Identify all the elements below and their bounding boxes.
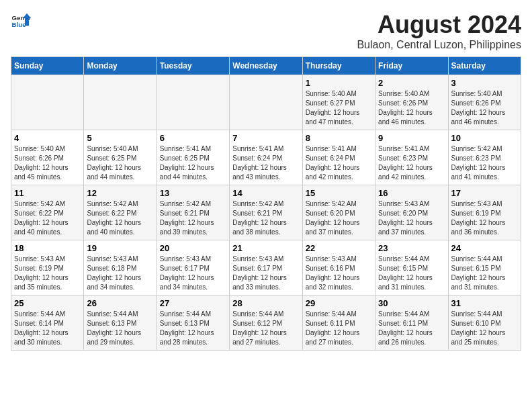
- calendar-cell: 10Sunrise: 5:42 AM Sunset: 6:23 PM Dayli…: [448, 130, 521, 185]
- day-number: 23: [378, 243, 445, 253]
- weekday-header-friday: Friday: [375, 57, 448, 75]
- day-info: Sunrise: 5:44 AM Sunset: 6:11 PM Dayligh…: [378, 310, 445, 347]
- day-info: Sunrise: 5:41 AM Sunset: 6:25 PM Dayligh…: [160, 144, 226, 182]
- day-info: Sunrise: 5:44 AM Sunset: 6:12 PM Dayligh…: [232, 310, 299, 347]
- day-info: Sunrise: 5:42 AM Sunset: 6:22 PM Dayligh…: [87, 199, 153, 237]
- weekday-header-monday: Monday: [84, 57, 157, 75]
- calendar-cell: 28Sunrise: 5:44 AM Sunset: 6:12 PM Dayli…: [230, 295, 302, 351]
- day-info: Sunrise: 5:43 AM Sunset: 6:19 PM Dayligh…: [451, 199, 518, 237]
- day-info: Sunrise: 5:43 AM Sunset: 6:18 PM Dayligh…: [87, 255, 153, 292]
- weekday-header-thursday: Thursday: [302, 57, 375, 75]
- day-info: Sunrise: 5:43 AM Sunset: 6:19 PM Dayligh…: [14, 255, 81, 292]
- day-info: Sunrise: 5:42 AM Sunset: 6:22 PM Dayligh…: [14, 199, 81, 237]
- day-info: Sunrise: 5:42 AM Sunset: 6:21 PM Dayligh…: [160, 199, 226, 237]
- day-number: 2: [378, 78, 445, 88]
- day-info: Sunrise: 5:40 AM Sunset: 6:27 PM Dayligh…: [306, 89, 372, 127]
- day-info: Sunrise: 5:44 AM Sunset: 6:13 PM Dayligh…: [87, 310, 153, 347]
- svg-text:Blue: Blue: [12, 21, 27, 28]
- calendar-cell: 30Sunrise: 5:44 AM Sunset: 6:11 PM Dayli…: [375, 295, 448, 351]
- day-info: Sunrise: 5:43 AM Sunset: 6:20 PM Dayligh…: [378, 199, 445, 237]
- calendar-cell: 19Sunrise: 5:43 AM Sunset: 6:18 PM Dayli…: [84, 240, 157, 295]
- day-info: Sunrise: 5:42 AM Sunset: 6:20 PM Dayligh…: [306, 199, 372, 237]
- calendar-cell: 3Sunrise: 5:40 AM Sunset: 6:26 PM Daylig…: [448, 75, 521, 130]
- calendar-week-row: 1Sunrise: 5:40 AM Sunset: 6:27 PM Daylig…: [11, 75, 521, 130]
- day-number: 21: [232, 243, 299, 253]
- calendar-cell: 5Sunrise: 5:40 AM Sunset: 6:25 PM Daylig…: [84, 130, 157, 185]
- day-number: 31: [451, 298, 518, 308]
- calendar-cell: 21Sunrise: 5:43 AM Sunset: 6:17 PM Dayli…: [230, 240, 302, 295]
- logo: General Blue: [11, 11, 31, 31]
- day-number: 28: [232, 298, 299, 308]
- day-number: 13: [160, 188, 226, 198]
- weekday-header-saturday: Saturday: [448, 57, 521, 75]
- calendar-cell: 12Sunrise: 5:42 AM Sunset: 6:22 PM Dayli…: [84, 185, 157, 240]
- calendar-cell: 18Sunrise: 5:43 AM Sunset: 6:19 PM Dayli…: [11, 240, 84, 295]
- calendar-cell: 1Sunrise: 5:40 AM Sunset: 6:27 PM Daylig…: [302, 75, 375, 130]
- day-number: 3: [451, 78, 518, 88]
- calendar-cell: 8Sunrise: 5:41 AM Sunset: 6:24 PM Daylig…: [302, 130, 375, 185]
- day-info: Sunrise: 5:44 AM Sunset: 6:13 PM Dayligh…: [160, 310, 226, 347]
- day-info: Sunrise: 5:42 AM Sunset: 6:21 PM Dayligh…: [232, 199, 299, 237]
- day-number: 11: [14, 188, 81, 198]
- day-number: 19: [87, 243, 153, 253]
- day-info: Sunrise: 5:40 AM Sunset: 6:26 PM Dayligh…: [14, 144, 81, 182]
- main-title: August 2024: [357, 11, 521, 39]
- calendar-cell: 22Sunrise: 5:43 AM Sunset: 6:16 PM Dayli…: [302, 240, 375, 295]
- day-number: 26: [87, 298, 153, 308]
- day-number: 7: [232, 133, 299, 143]
- calendar-week-row: 11Sunrise: 5:42 AM Sunset: 6:22 PM Dayli…: [11, 185, 521, 240]
- day-number: 15: [306, 188, 372, 198]
- weekday-header-tuesday: Tuesday: [157, 57, 229, 75]
- calendar-cell: 4Sunrise: 5:40 AM Sunset: 6:26 PM Daylig…: [11, 130, 84, 185]
- day-info: Sunrise: 5:41 AM Sunset: 6:24 PM Dayligh…: [306, 144, 372, 182]
- day-info: Sunrise: 5:42 AM Sunset: 6:23 PM Dayligh…: [451, 144, 518, 182]
- calendar-cell: [84, 75, 157, 130]
- day-number: 5: [87, 133, 153, 143]
- calendar-cell: 17Sunrise: 5:43 AM Sunset: 6:19 PM Dayli…: [448, 185, 521, 240]
- calendar-cell: 2Sunrise: 5:40 AM Sunset: 6:26 PM Daylig…: [375, 75, 448, 130]
- day-info: Sunrise: 5:41 AM Sunset: 6:23 PM Dayligh…: [378, 144, 445, 182]
- calendar-cell: 20Sunrise: 5:43 AM Sunset: 6:17 PM Dayli…: [157, 240, 229, 295]
- day-info: Sunrise: 5:44 AM Sunset: 6:10 PM Dayligh…: [451, 310, 518, 347]
- day-number: 18: [14, 243, 81, 253]
- weekday-header-sunday: Sunday: [11, 57, 84, 75]
- calendar-cell: 31Sunrise: 5:44 AM Sunset: 6:10 PM Dayli…: [448, 295, 521, 351]
- day-info: Sunrise: 5:44 AM Sunset: 6:11 PM Dayligh…: [306, 310, 372, 347]
- day-info: Sunrise: 5:44 AM Sunset: 6:14 PM Dayligh…: [14, 310, 81, 347]
- day-info: Sunrise: 5:43 AM Sunset: 6:17 PM Dayligh…: [160, 255, 226, 292]
- calendar-week-row: 25Sunrise: 5:44 AM Sunset: 6:14 PM Dayli…: [11, 295, 521, 351]
- calendar-cell: 7Sunrise: 5:41 AM Sunset: 6:24 PM Daylig…: [230, 130, 302, 185]
- calendar-cell: 14Sunrise: 5:42 AM Sunset: 6:21 PM Dayli…: [230, 185, 302, 240]
- calendar-week-row: 4Sunrise: 5:40 AM Sunset: 6:26 PM Daylig…: [11, 130, 521, 185]
- day-number: 27: [160, 298, 226, 308]
- day-number: 9: [378, 133, 445, 143]
- day-number: 22: [306, 243, 372, 253]
- calendar-week-row: 18Sunrise: 5:43 AM Sunset: 6:19 PM Dayli…: [11, 240, 521, 295]
- title-area: August 2024 Bulaon, Central Luzon, Phili…: [357, 11, 521, 51]
- day-info: Sunrise: 5:44 AM Sunset: 6:15 PM Dayligh…: [451, 255, 518, 292]
- calendar-cell: 29Sunrise: 5:44 AM Sunset: 6:11 PM Dayli…: [302, 295, 375, 351]
- day-number: 8: [306, 133, 372, 143]
- day-number: 24: [451, 243, 518, 253]
- day-info: Sunrise: 5:40 AM Sunset: 6:26 PM Dayligh…: [451, 89, 518, 127]
- calendar-cell: 24Sunrise: 5:44 AM Sunset: 6:15 PM Dayli…: [448, 240, 521, 295]
- day-number: 25: [14, 298, 81, 308]
- day-number: 16: [378, 188, 445, 198]
- subtitle: Bulaon, Central Luzon, Philippines: [357, 39, 521, 51]
- day-info: Sunrise: 5:40 AM Sunset: 6:25 PM Dayligh…: [87, 144, 153, 182]
- day-info: Sunrise: 5:40 AM Sunset: 6:26 PM Dayligh…: [378, 89, 445, 127]
- day-number: 4: [14, 133, 81, 143]
- day-info: Sunrise: 5:43 AM Sunset: 6:17 PM Dayligh…: [232, 255, 299, 292]
- day-number: 12: [87, 188, 153, 198]
- day-info: Sunrise: 5:41 AM Sunset: 6:24 PM Dayligh…: [232, 144, 299, 182]
- calendar-cell: 16Sunrise: 5:43 AM Sunset: 6:20 PM Dayli…: [375, 185, 448, 240]
- calendar-cell: 11Sunrise: 5:42 AM Sunset: 6:22 PM Dayli…: [11, 185, 84, 240]
- calendar-cell: 9Sunrise: 5:41 AM Sunset: 6:23 PM Daylig…: [375, 130, 448, 185]
- calendar-cell: 25Sunrise: 5:44 AM Sunset: 6:14 PM Dayli…: [11, 295, 84, 351]
- day-number: 20: [160, 243, 226, 253]
- calendar-cell: 15Sunrise: 5:42 AM Sunset: 6:20 PM Dayli…: [302, 185, 375, 240]
- day-info: Sunrise: 5:43 AM Sunset: 6:16 PM Dayligh…: [306, 255, 372, 292]
- day-info: Sunrise: 5:44 AM Sunset: 6:15 PM Dayligh…: [378, 255, 445, 292]
- calendar-cell: 26Sunrise: 5:44 AM Sunset: 6:13 PM Dayli…: [84, 295, 157, 351]
- calendar-table: SundayMondayTuesdayWednesdayThursdayFrid…: [11, 56, 521, 351]
